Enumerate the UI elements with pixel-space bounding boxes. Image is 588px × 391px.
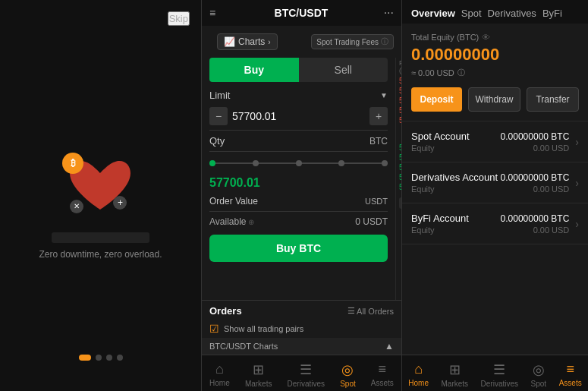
transfer-button[interactable]: Transfer	[527, 87, 579, 112]
withdraw-button[interactable]: Withdraw	[468, 87, 520, 112]
ov-nav-markets[interactable]: ⊞ Markets	[441, 361, 468, 388]
sell-button[interactable]: Sell	[299, 58, 388, 82]
nav-spot[interactable]: ◎ Spot	[340, 361, 356, 388]
bitcoin-badge: ₿	[62, 153, 83, 174]
dot-4[interactable]	[117, 355, 123, 361]
orders-section: Orders ☰ All Orders	[202, 300, 401, 320]
ob-sell-3: 57715.76 0.470030	[396, 106, 401, 115]
orders-title: Orders	[209, 305, 242, 317]
ov-markets-label: Markets	[441, 380, 468, 388]
btc-charts-label: BTC/USDT Charts	[209, 342, 278, 351]
nav-derivatives[interactable]: ☰ Derivatives	[288, 361, 325, 388]
checkbox-icon[interactable]: ☑	[209, 323, 219, 335]
price-increase-button[interactable]: +	[369, 107, 388, 125]
slider-dot-0	[209, 160, 215, 166]
home-icon: ⌂	[215, 361, 224, 377]
derivatives-usd-value: 0.00 USD	[501, 184, 570, 194]
spot-account-info: Spot Account Equity	[411, 131, 501, 153]
ov-nav-home[interactable]: ⌂ Home	[408, 361, 429, 388]
action-buttons: Deposit Withdraw Transfer	[411, 87, 579, 112]
ov-home-icon: ⌂	[414, 361, 423, 377]
order-type-chevron-icon[interactable]: ▼	[380, 91, 388, 99]
close-badge: ✕	[70, 200, 83, 213]
nav-assets-label: Assets	[371, 379, 394, 387]
amount-slider[interactable]	[209, 162, 388, 164]
nav-markets[interactable]: ⊞ Markets	[245, 361, 272, 388]
order-value-row: Order Value USDT	[202, 193, 395, 210]
onboarding-panel: Skip ₿ ✕ + Zero downtime, zero overload.	[0, 0, 201, 391]
qty-divider	[209, 151, 388, 152]
nav-home[interactable]: ⌂ Home	[209, 361, 230, 388]
price-input-row: − +	[202, 104, 395, 128]
ob-buy-price-2: 57700.14	[399, 163, 401, 172]
current-price-display: 57700.01	[202, 173, 395, 193]
nav-assets[interactable]: ≡ Assets	[371, 361, 394, 388]
ob-buy-price-3: 57700.00	[399, 173, 401, 181]
spot-btc-value: 0.00000000 BTC	[501, 131, 570, 142]
ob-price-header: Price(USDT)	[399, 59, 401, 74]
ob-sell-price-0: 57723.81	[399, 77, 401, 85]
slider-dot-25	[253, 160, 259, 166]
nav-markets-label: Markets	[245, 380, 272, 388]
tab-spot[interactable]: Spot	[461, 8, 482, 19]
buy-sell-toggle: Buy Sell	[209, 58, 388, 82]
ob-mid-price: 57700.01	[396, 125, 401, 143]
charts-chevron-icon: ›	[268, 38, 270, 46]
ov-nav-spot[interactable]: ◎ Spot	[531, 361, 547, 388]
ob-buy-price-4: 57699.51	[399, 183, 401, 191]
byfi-account-info: ByFi Account Equity	[411, 213, 501, 235]
all-orders-list-icon: ☰	[347, 306, 355, 316]
dot-2[interactable]	[96, 355, 102, 361]
dot-3[interactable]	[106, 355, 112, 361]
tab-byfi[interactable]: ByFi	[542, 8, 562, 19]
byfi-account-item[interactable]: ByFi Account Equity 0.00000000 BTC 0.00 …	[402, 203, 588, 244]
derivatives-icon: ☰	[300, 361, 312, 378]
price-decrease-button[interactable]: −	[209, 107, 228, 125]
buy-button[interactable]: Buy	[209, 58, 299, 82]
ov-nav-assets[interactable]: ≡ Assets	[559, 361, 582, 388]
dot-1[interactable]	[79, 355, 91, 361]
markets-icon: ⊞	[253, 361, 264, 378]
overview-header: Overview Spot Derivatives ByFi	[402, 0, 588, 24]
nav-home-label: Home	[209, 379, 230, 387]
ov-spot-label: Spot	[531, 380, 547, 388]
ov-nav-derivatives[interactable]: ☰ Derivatives	[481, 361, 518, 388]
lot-size-row: 0.01 ▼ ⊞	[396, 195, 401, 211]
charts-row: 📈 Charts › Spot Trading Fees ⓘ	[202, 26, 401, 58]
spot-account-item[interactable]: Spot Account Equity 0.00000000 BTC 0.00 …	[402, 121, 588, 162]
available-value: 0 USDT	[355, 216, 388, 227]
ov-assets-label: Assets	[559, 379, 582, 387]
qty-label: Qty	[209, 135, 225, 147]
ob-buy-3: 57700.00 0.012941	[396, 172, 401, 182]
overview-panel: Overview Spot Derivatives ByFi Total Equ…	[402, 0, 588, 391]
slider-dot-100	[382, 160, 388, 166]
btc-charts-row[interactable]: BTC/USDT Charts ▲	[202, 338, 401, 355]
derivatives-account-values: 0.00000000 BTC 0.00 USD	[501, 172, 570, 194]
tab-overview[interactable]: Overview	[411, 8, 455, 19]
byfi-account-values: 0.00000000 BTC 0.00 USD	[501, 213, 570, 235]
derivatives-btc-value: 0.00000000 BTC	[501, 172, 570, 183]
ov-derivatives-icon: ☰	[493, 361, 505, 378]
tab-derivatives[interactable]: Derivatives	[488, 8, 536, 19]
skip-button[interactable]: Skip	[168, 11, 190, 26]
derivatives-account-item[interactable]: Derivatives Account Equity 0.00000000 BT…	[402, 162, 588, 203]
menu-icon: ≡	[209, 7, 215, 19]
buy-btc-button[interactable]: Buy BTC	[209, 235, 388, 262]
lot-size-selector[interactable]: 0.01 ▼	[399, 197, 401, 209]
qty-currency: BTC	[369, 136, 388, 147]
all-orders-link[interactable]: ☰ All Orders	[347, 306, 394, 316]
price-input[interactable]	[232, 110, 365, 122]
deposit-button[interactable]: Deposit	[411, 87, 462, 112]
available-info-icon: ⊕	[248, 218, 254, 226]
slider-dot-75	[338, 160, 344, 166]
derivatives-account-name: Derivatives Account	[411, 172, 501, 183]
nav-spot-label: Spot	[340, 380, 356, 388]
order-value-label: Order Value	[209, 196, 258, 207]
total-equity-label: Total Equity (BTC) 👁	[411, 33, 579, 42]
more-icon[interactable]: ···	[384, 6, 394, 20]
show-pairs-row: ☑ Show all trading pairs	[202, 320, 401, 338]
heart-icon: ₿ ✕ +	[66, 156, 134, 217]
ob-buy-1: 57700.15 0.438449	[396, 153, 401, 162]
byfi-account-name: ByFi Account	[411, 213, 501, 224]
charts-button[interactable]: 📈 Charts ›	[217, 33, 278, 50]
